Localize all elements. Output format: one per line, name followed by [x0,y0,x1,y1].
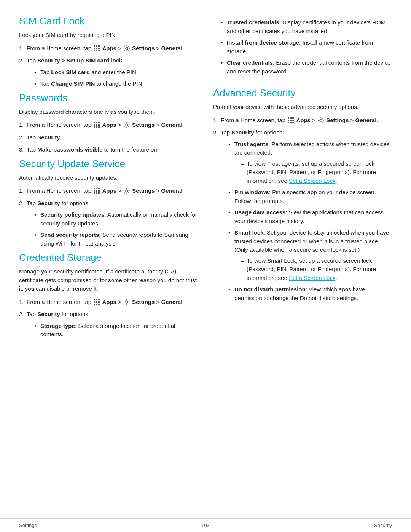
svg-rect-11 [96,122,97,123]
settings-label: Settings [132,45,155,51]
credential-storage-steps: 1. From a Home screen, tap Apps > Settin… [19,298,198,339]
section-credential-storage: Credential Storage Manage your security … [19,252,198,339]
settings-icon [123,121,130,128]
passwords-desc: Display password characters briefly as y… [19,108,198,117]
smart-lock-sub: To view Smart Lock, set up a secured scr… [241,257,392,283]
bullet-trust-agents: Trust agents: Perform selected actions w… [228,140,392,185]
footer-center: 103 [201,522,210,528]
section-security-update-service: Security Update Service Automatically re… [19,158,198,248]
step-num: 2. [19,56,24,65]
svg-rect-17 [96,126,97,128]
step-1: 1. From a Home screen, tap Apps > Settin… [19,187,198,195]
svg-rect-47 [290,122,292,123]
svg-rect-23 [94,190,95,192]
step-1: 1. From a Home screen, tap Apps > Settin… [19,298,198,307]
apps-icon [93,121,100,128]
bullet-storage-type: Storage type: Select a storage location … [34,322,198,339]
credential-storage-continued: Trusted credentials: Display certificate… [213,18,392,76]
svg-rect-26 [94,192,95,194]
settings-icon [123,187,130,194]
settings-icon [123,45,130,52]
svg-rect-0 [94,45,95,47]
svg-rect-8 [98,50,100,51]
svg-rect-40 [288,117,289,119]
bullet-change-pin: Tap Change SIM PIN to change the PIN. [34,80,198,88]
svg-rect-16 [94,126,95,128]
bullet-usage-data: Usage data access: View the applications… [228,208,392,225]
bullet-smart-lock: Smart lock: Set your device to stay unlo… [228,228,392,282]
apps-icon [93,187,100,194]
step-2-bullets: Tap Lock SIM card and enter the PIN. Tap… [34,68,198,88]
sim-card-lock-title: SIM Card Lock [19,15,198,27]
bullet-policy-updates: Security policy updates: Automatically o… [34,211,198,228]
footer: Settings 103 Security [0,518,411,532]
advanced-bullets: Trust agents: Perform selected actions w… [228,140,392,303]
svg-rect-13 [94,124,95,126]
svg-rect-30 [94,299,95,300]
sim-card-lock-desc: Lock your SIM card by requiring a PIN. [19,31,198,40]
svg-rect-43 [288,120,289,121]
step-2: 2. Tap Security > Set up SIM card lock. … [19,56,198,88]
sub-smart-lock: To view Smart Lock, set up a secured scr… [241,257,392,283]
svg-rect-42 [292,117,294,119]
apps-icon [287,117,294,124]
svg-rect-6 [94,50,95,51]
bullet-trusted-credentials: Trusted credentials: Display certificate… [221,18,392,35]
bullet-pin-windows: Pin windows: Pin a specific app on your … [228,188,392,205]
svg-rect-14 [96,124,97,126]
bullet-install-storage: Install from device storage: Install a n… [221,38,392,56]
svg-point-19 [126,124,128,126]
svg-rect-15 [98,124,100,126]
step-num: 1. [19,44,24,53]
step-1: 1. From a Home screen, tap Apps > Settin… [213,116,392,125]
svg-rect-28 [98,192,100,194]
svg-rect-22 [98,188,100,189]
svg-rect-41 [290,117,292,119]
step-2: 2. Tap Security for options: Storage typ… [19,310,198,339]
svg-point-9 [126,47,128,50]
set-screen-lock-link-1[interactable]: Set a Screen Lock [289,177,336,184]
step-2: 2. Tap Security. [19,133,198,142]
svg-rect-5 [98,48,100,49]
page: SIM Card Lock Lock your SIM card by requ… [0,0,411,532]
apps-icon [93,45,100,52]
bullet-do-not-disturb: Do not disturb permission: View which ap… [228,285,392,302]
bullet-security-reports: Send security reports: Send security rep… [34,231,198,248]
svg-rect-2 [98,45,100,47]
security-update-service-desc: Automatically receive security updates. [19,174,198,182]
section-sim-card-lock: SIM Card Lock Lock your SIM card by requ… [19,15,198,88]
settings-icon [317,117,324,124]
svg-rect-38 [98,304,100,305]
step-2-bullets: Security policy updates: Automatically o… [34,211,198,248]
passwords-title: Passwords [19,92,198,104]
svg-point-39 [126,301,128,303]
svg-rect-1 [96,45,97,47]
apps-icon [93,299,100,305]
svg-rect-7 [96,50,97,51]
svg-rect-32 [98,299,100,300]
svg-rect-4 [96,48,97,49]
svg-rect-3 [94,48,95,49]
svg-rect-25 [98,190,100,192]
svg-rect-36 [94,304,95,305]
passwords-steps: 1. From a Home screen, tap Apps > Settin… [19,121,198,154]
svg-point-49 [320,119,322,121]
advanced-security-steps: 1. From a Home screen, tap Apps > Settin… [213,116,392,303]
settings-icon [123,299,130,305]
step-2-bullets: Storage type: Select a storage location … [34,322,198,339]
svg-rect-45 [292,120,294,121]
advanced-security-desc: Protect your device with these advanced … [213,103,392,112]
advanced-security-title: Advanced Security [213,87,392,99]
credential-storage-title: Credential Storage [19,252,198,264]
sub-trust-agents: To view Trust agents, set up a secured s… [241,160,392,185]
bullet-lock-sim: Tap Lock SIM card and enter the PIN. [34,68,198,77]
footer-right: Security [374,522,392,528]
svg-rect-21 [96,188,97,189]
credential-bullets-cont: Trusted credentials: Display certificate… [221,18,392,76]
svg-rect-34 [96,301,97,303]
credential-storage-desc: Manage your security certificates. If a … [19,267,198,293]
section-passwords: Passwords Display password characters br… [19,92,198,154]
footer-left: Settings [19,522,37,528]
svg-rect-33 [94,301,95,303]
set-screen-lock-link-2[interactable]: Set a Screen Lock [289,275,336,281]
